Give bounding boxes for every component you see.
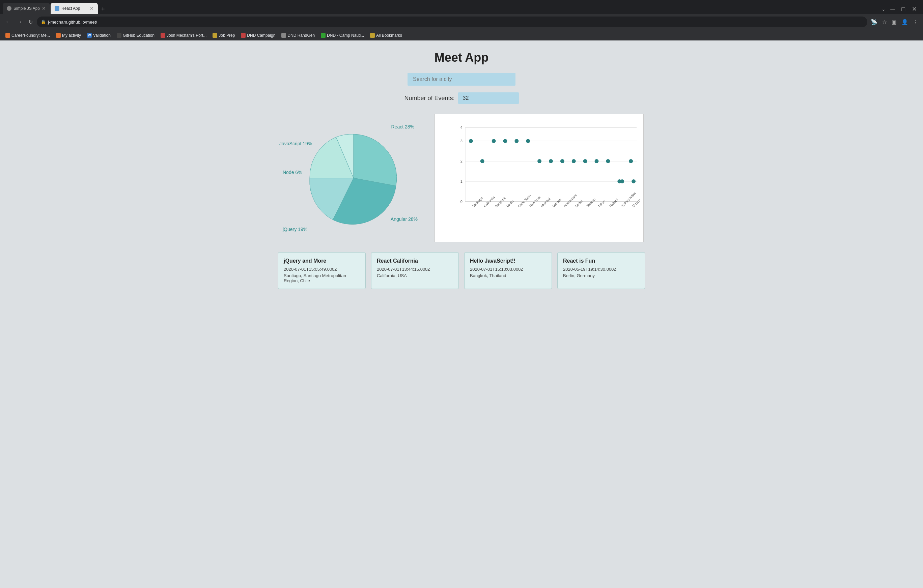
pie-label-angular: Angular 28% [391, 216, 418, 222]
window-controls: ⌄ ─ □ ✕ [880, 4, 920, 14]
svg-text:3: 3 [460, 139, 463, 143]
svg-point-27 [480, 159, 484, 163]
back-button[interactable]: ← [3, 18, 13, 26]
bookmark-careerfoundry[interactable]: CareerFoundry: Me... [3, 32, 53, 38]
bookmark-github-edu[interactable]: GitHub Education [114, 32, 157, 38]
bookmark-favicon-1 [5, 33, 10, 38]
events-count-input[interactable] [458, 92, 519, 104]
page-content: Meet App Number of Events: [0, 41, 923, 588]
pie-chart-svg [300, 124, 407, 232]
event-date-2: 2020-07-01T15:10:03.000Z [470, 267, 546, 272]
reload-button[interactable]: ↻ [26, 18, 35, 27]
bookmark-all[interactable]: All Bookmarks [367, 32, 405, 38]
bookmark-label-4: GitHub Education [123, 33, 154, 38]
svg-point-40 [629, 159, 633, 163]
svg-text:Tokyo: Tokyo [597, 199, 606, 208]
pie-chart-container: React 28% Angular 28% jQuery 19% JavaScr… [279, 114, 421, 242]
event-card-1: React California 2020-07-01T13:44:15.000… [371, 252, 459, 289]
tab-label-2: React App [61, 6, 88, 11]
tab-react-app[interactable]: React App ✕ [51, 3, 98, 14]
event-card-0: jQuery and More 2020-07-01T15:05:49.000Z… [278, 252, 366, 289]
bookmark-star-icon[interactable]: ☆ [881, 18, 888, 27]
svg-text:Bangkok: Bangkok [494, 196, 506, 208]
event-cards: jQuery and More 2020-07-01T15:05:49.000Z… [7, 252, 916, 289]
bookmark-dnd-camp[interactable]: DND - Camp Nauti... [318, 32, 367, 38]
svg-text:Mumbai: Mumbai [540, 197, 551, 208]
tab-close-1[interactable]: ✕ [42, 6, 46, 11]
tab-favicon-1 [7, 6, 11, 11]
event-location-2: Bangkok, Thailand [470, 273, 546, 278]
bookmark-label-3: Validation [93, 33, 111, 38]
bookmark-favicon-7 [241, 33, 246, 38]
tab-close-2[interactable]: ✕ [90, 6, 94, 11]
svg-point-35 [572, 159, 576, 163]
event-card-2: Hello JavaScript!! 2020-07-01T15:10:03.0… [464, 252, 552, 289]
cast-icon[interactable]: 📡 [869, 18, 879, 27]
events-count-label: Number of Events: [404, 95, 455, 102]
minimize-button[interactable]: ─ [887, 4, 898, 14]
bookmark-label-6: Job Prep [218, 33, 235, 38]
svg-point-34 [560, 159, 564, 163]
svg-point-30 [514, 139, 519, 143]
address-bar[interactable]: 🔒 j-mecham.github.io/meet/ [37, 16, 867, 27]
events-count-row: Number of Events: [7, 92, 916, 104]
bookmark-myactivity[interactable]: My activity [53, 32, 84, 38]
tab-label-1: Simple JS App [13, 6, 40, 11]
bookmark-favicon-3: W [87, 33, 92, 38]
close-button[interactable]: ✕ [908, 4, 920, 14]
app-title: Meet App [7, 51, 916, 65]
svg-point-41 [620, 179, 624, 183]
event-date-0: 2020-07-01T15:05:49.000Z [284, 267, 360, 272]
lock-icon: 🔒 [41, 20, 46, 24]
bookmark-favicon-10 [370, 33, 375, 38]
event-title-2: Hello JavaScript!! [470, 258, 546, 264]
bookmark-label-2: My activity [62, 33, 81, 38]
bookmark-jobprep[interactable]: Job Prep [210, 32, 238, 38]
tab-simple-js[interactable]: Simple JS App ✕ [3, 3, 50, 14]
city-search-input[interactable] [407, 73, 516, 86]
bookmark-label-10: All Bookmarks [376, 33, 402, 38]
event-card-3: React is Fun 2020-05-19T19:14:30.000Z Be… [557, 252, 645, 289]
bookmark-dnd-randgen[interactable]: DND RandGen [279, 32, 317, 38]
pie-label-node: Node 6% [283, 170, 302, 175]
tab-bar: Simple JS App ✕ React App ✕ + ⌄ ─ □ ✕ [0, 0, 923, 14]
svg-text:Toronto: Toronto [586, 197, 596, 208]
bookmark-label-1: CareerFoundry: Me... [11, 33, 50, 38]
bookmark-validation[interactable]: W Validation [84, 32, 113, 38]
event-title-0: jQuery and More [284, 258, 360, 264]
browser-chrome: Simple JS App ✕ React App ✕ + ⌄ ─ □ ✕ ← … [0, 0, 923, 41]
bookmark-portfolio[interactable]: Josh Mecham's Port... [158, 32, 209, 38]
event-location-3: Berlin, Germany [563, 273, 639, 278]
forward-button[interactable]: → [15, 18, 24, 26]
svg-text:1: 1 [460, 179, 463, 183]
svg-point-38 [606, 159, 610, 163]
tab-overflow-icon[interactable]: ⌄ [880, 5, 887, 13]
svg-text:4: 4 [460, 125, 463, 129]
svg-point-36 [583, 159, 587, 163]
svg-text:Dubai: Dubai [574, 199, 583, 208]
svg-text:0: 0 [460, 200, 463, 204]
bookmark-favicon-5 [161, 33, 165, 38]
pie-label-react: React 28% [391, 124, 414, 129]
menu-icon[interactable]: ⋮ [912, 18, 920, 27]
svg-text:Berlin: Berlin [506, 199, 514, 208]
maximize-button[interactable]: □ [898, 4, 908, 14]
svg-point-37 [595, 159, 598, 163]
profile-icon[interactable]: 👤 [900, 18, 910, 27]
url-text: j-mecham.github.io/meet/ [48, 20, 863, 25]
svg-point-32 [537, 159, 542, 163]
bookmark-dnd-campaign[interactable]: DND Campaign [238, 32, 278, 38]
bookmark-label-9: DND - Camp Nauti... [327, 33, 364, 38]
svg-point-31 [526, 139, 530, 143]
svg-point-42 [632, 179, 636, 183]
event-title-1: React California [377, 258, 453, 264]
pie-label-jquery: jQuery 19% [283, 226, 307, 232]
bookmark-label-8: DND RandGen [287, 33, 315, 38]
svg-point-33 [549, 159, 553, 163]
new-tab-button[interactable]: + [100, 4, 106, 14]
search-container [7, 73, 916, 86]
bookmark-favicon-4 [117, 33, 122, 38]
reader-mode-icon[interactable]: ▣ [890, 18, 898, 27]
svg-text:London: London [552, 198, 562, 208]
scatter-chart-container: 0 1 2 3 4 Santiago California Bangkok Be… [435, 114, 644, 242]
